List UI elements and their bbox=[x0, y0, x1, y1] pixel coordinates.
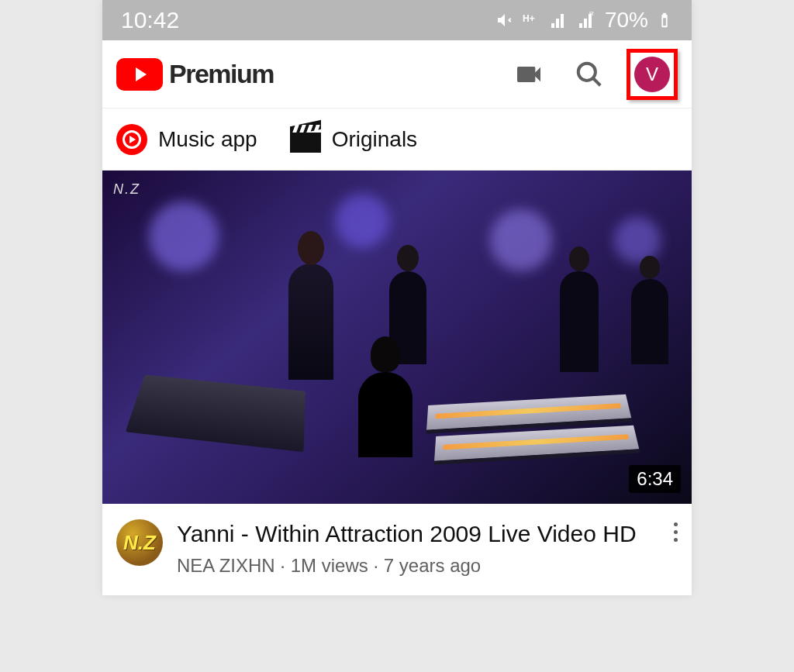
channel-avatar[interactable]: N.Z bbox=[116, 519, 163, 566]
channel-name: NEA ZIXHN bbox=[177, 555, 275, 576]
camera-icon bbox=[513, 59, 544, 90]
channel-avatar-initials: N.Z bbox=[123, 531, 156, 555]
video-duration: 6:34 bbox=[629, 465, 681, 493]
svg-point-2 bbox=[578, 63, 596, 80]
chip-music-app[interactable]: Music app bbox=[116, 124, 257, 155]
network-icon: H+ bbox=[523, 11, 541, 29]
video-meta-row: N.Z Yanni - Within Attraction 2009 Live … bbox=[102, 504, 692, 595]
youtube-play-icon bbox=[116, 58, 163, 91]
account-button-highlight: V bbox=[627, 49, 678, 100]
search-button[interactable] bbox=[571, 56, 608, 93]
video-meta-text[interactable]: Yanni - Within Attraction 2009 Live Vide… bbox=[177, 519, 660, 577]
video-thumbnail[interactable]: N.Z 6:34 bbox=[102, 171, 692, 504]
youtube-logo[interactable]: Premium bbox=[116, 58, 487, 91]
thumbnail-watermark: N.Z bbox=[113, 181, 140, 198]
app-header: Premium V bbox=[102, 40, 692, 109]
chip-originals[interactable]: Originals bbox=[290, 126, 417, 153]
category-chips: Music app Originals bbox=[102, 109, 692, 171]
battery-text: 70% bbox=[605, 8, 648, 33]
video-age: 7 years ago bbox=[384, 555, 481, 576]
status-icons: H+ R 70% bbox=[495, 8, 673, 33]
account-avatar[interactable]: V bbox=[634, 57, 670, 92]
more-options-button[interactable] bbox=[674, 519, 678, 577]
svg-text:H+: H+ bbox=[523, 13, 535, 24]
search-icon bbox=[575, 60, 604, 89]
svg-line-3 bbox=[593, 78, 601, 85]
clapperboard-icon bbox=[290, 126, 321, 153]
video-subtitle: NEA ZIXHN · 1M views · 7 years ago bbox=[177, 555, 660, 577]
camera-button[interactable] bbox=[510, 56, 547, 93]
signal-icon bbox=[549, 11, 569, 29]
brand-text: Premium bbox=[169, 59, 274, 89]
chip-label: Music app bbox=[158, 127, 257, 152]
battery-icon bbox=[656, 11, 673, 29]
phone-frame: 10:42 H+ R 70% Premium V bbox=[102, 0, 692, 595]
mute-icon bbox=[495, 11, 515, 29]
video-title: Yanni - Within Attraction 2009 Live Vide… bbox=[177, 519, 660, 549]
video-views: 1M views bbox=[291, 555, 368, 576]
status-bar: 10:42 H+ R 70% bbox=[102, 0, 692, 40]
avatar-initial: V bbox=[646, 64, 658, 85]
status-time: 10:42 bbox=[121, 7, 179, 33]
svg-text:R: R bbox=[589, 11, 594, 17]
music-app-icon bbox=[116, 124, 147, 155]
chip-label: Originals bbox=[332, 127, 417, 152]
signal-icon-2: R bbox=[577, 11, 597, 29]
